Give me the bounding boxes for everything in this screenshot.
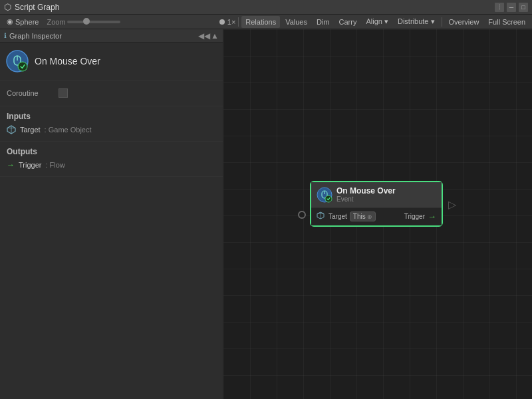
- target-param-type: : Game Object: [45, 126, 92, 134]
- maximize-button[interactable]: □: [519, 3, 528, 12]
- node-header: On Mouse Over: [0, 43, 223, 80]
- title-bar: ⬡ Script Graph ⋮ ─ □: [0, 0, 532, 15]
- collapse-left-button[interactable]: ◀◀: [198, 31, 210, 41]
- canvas-node-title-area: On Mouse Over Event: [336, 186, 396, 203]
- inspector-title: Graph Inspector: [9, 32, 196, 40]
- canvas-target-label: Target: [329, 213, 347, 220]
- graph-canvas[interactable]: On Mouse Over Event Target This: [223, 29, 532, 399]
- canvas-trigger-label: Trigger: [404, 213, 425, 220]
- canvas-node-header: On Mouse Over Event: [311, 182, 442, 207]
- inspector-header: ℹ Graph Inspector ◀◀ ▲: [0, 29, 223, 43]
- script-graph-icon: ⬡: [4, 2, 11, 12]
- window-title: Script Graph: [15, 3, 495, 12]
- values-button[interactable]: Values: [281, 16, 311, 28]
- canvas-node-body: Target This ⊕ Trigger →: [311, 207, 442, 225]
- canvas-flow-arrow-icon: ▷: [448, 198, 456, 210]
- trigger-param-type: : Flow: [45, 161, 65, 169]
- coroutine-label: Coroutine: [7, 89, 53, 97]
- target-param-name: Target: [20, 126, 41, 134]
- this-badge[interactable]: This ⊕: [350, 211, 376, 221]
- this-badge-text: This: [353, 213, 366, 220]
- outputs-title: Outputs: [7, 147, 216, 156]
- node-icon-large: [5, 49, 29, 73]
- coroutine-section: Coroutine: [0, 80, 223, 106]
- canvas-node-on-mouse-over[interactable]: On Mouse Over Event Target This: [310, 181, 443, 227]
- zoom-slider[interactable]: [67, 21, 120, 23]
- canvas-node-subtitle: Event: [336, 196, 396, 203]
- window-controls: ⋮ ─ □: [495, 3, 528, 12]
- collapse-up-button[interactable]: ▲: [211, 31, 219, 41]
- collapse-controls: ◀◀ ▲: [198, 31, 219, 41]
- menu-button[interactable]: ⋮: [495, 3, 504, 12]
- sphere-icon: ◉: [7, 17, 13, 26]
- zoom-dot: [219, 19, 225, 25]
- svg-point-3: [18, 62, 27, 71]
- coroutine-row: Coroutine: [7, 88, 216, 98]
- trigger-param-name: Trigger: [19, 161, 41, 169]
- target-row: Target : Game Object: [7, 124, 216, 136]
- trigger-row: → Trigger : Flow: [7, 159, 216, 171]
- separator-2: [442, 17, 442, 27]
- this-badge-icon: ⊕: [367, 213, 372, 220]
- separator-1: [238, 17, 239, 27]
- carry-button[interactable]: Carry: [335, 16, 361, 28]
- canvas-trigger-arrow-icon: →: [428, 211, 436, 221]
- zoom-thumb[interactable]: [83, 18, 90, 25]
- zoom-label: Zoom: [47, 18, 65, 26]
- inputs-title: Inputs: [7, 112, 216, 121]
- inspector-icon: ℹ: [4, 32, 7, 39]
- minimize-button[interactable]: ─: [507, 3, 516, 12]
- overview-button[interactable]: Overview: [445, 16, 483, 28]
- align-button[interactable]: Align ▾: [362, 16, 392, 28]
- toolbar: ◉ Sphere Zoom 1× Relations Values Dim Ca…: [0, 15, 532, 29]
- relations-button[interactable]: Relations: [241, 16, 280, 28]
- main-layout: ℹ Graph Inspector ◀◀ ▲: [0, 29, 532, 399]
- canvas-node-title: On Mouse Over: [336, 186, 396, 196]
- node-title-area: On Mouse Over: [35, 56, 100, 66]
- cube-icon: [7, 125, 16, 134]
- distribute-button[interactable]: Distribute ▾: [394, 16, 439, 28]
- coroutine-checkbox[interactable]: [59, 88, 68, 98]
- outputs-section: Outputs → Trigger : Flow: [0, 142, 223, 177]
- zoom-multiplier: 1×: [227, 18, 236, 26]
- sphere-label: Sphere: [15, 18, 39, 26]
- node-name: On Mouse Over: [35, 56, 100, 66]
- zoom-slider-area: [67, 21, 218, 23]
- inputs-section: Inputs Target : Game Object: [0, 106, 223, 142]
- flow-arrow-icon: →: [7, 160, 15, 170]
- sphere-button[interactable]: ◉ Sphere: [3, 16, 43, 28]
- canvas-node-icon: [317, 187, 332, 203]
- left-port[interactable]: [298, 211, 306, 219]
- canvas-cube-icon: [317, 211, 325, 221]
- dim-button[interactable]: Dim: [313, 16, 334, 28]
- fullscreen-button[interactable]: Full Screen: [484, 16, 529, 28]
- left-panel: ℹ Graph Inspector ◀◀ ▲: [0, 29, 223, 399]
